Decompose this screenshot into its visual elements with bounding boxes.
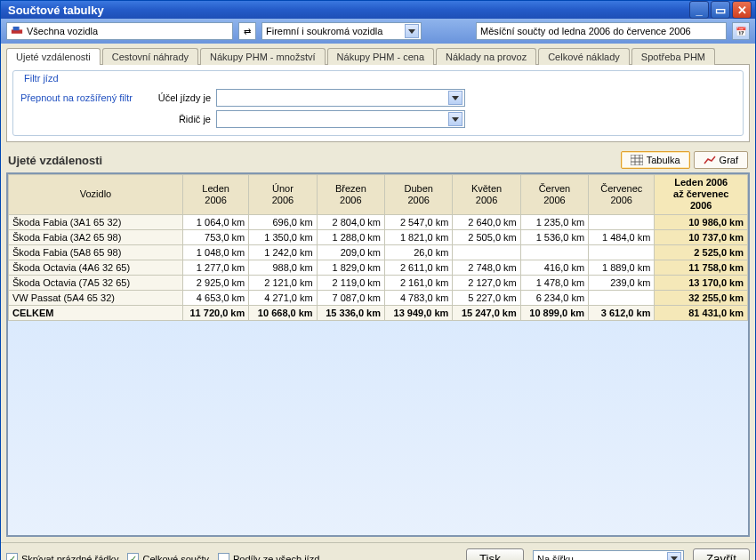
table-row[interactable]: Škoda Octavia (4A6 32 65)1 277,0 km988,0… — [9, 260, 748, 275]
footer: ✓Skrývat prázdné řádky ✓Celkové součty P… — [1, 542, 755, 560]
content: Ujeté vzdálenosti Cestovní náhrady Nákup… — [1, 44, 755, 542]
table-row[interactable]: VW Passat (5A4 65 32)4 653,0 km4 271,0 k… — [9, 290, 748, 305]
cell: 753,0 km — [182, 229, 248, 244]
tab-travel-allowances[interactable]: Cestovní náhrady — [102, 48, 198, 65]
window-title: Součtové tabulky — [4, 4, 689, 17]
svg-rect-1 — [13, 27, 20, 30]
minimize-button[interactable]: _ — [689, 1, 709, 19]
period-text: Měsíční součty od ledna 2006 do července… — [480, 26, 724, 36]
cell: Škoda Fabia (5A8 65 98) — [9, 244, 183, 260]
cell: VW Passat (5A4 65 32) — [9, 290, 183, 305]
cell: 1 235,0 km — [520, 214, 588, 229]
cell: 10 986,0 km — [655, 214, 748, 229]
cell: 2 127,0 km — [453, 275, 520, 290]
cell: 416,0 km — [520, 260, 588, 275]
cell: Škoda Octavia (4A6 32 65) — [9, 260, 183, 275]
view-table-label: Tabulka — [647, 155, 680, 165]
cell — [520, 244, 588, 260]
cell: 13 949,0 km — [385, 305, 453, 320]
orientation-combo[interactable]: Na šířku — [533, 550, 684, 561]
ownership-text: Firemní i soukromá vozidla — [266, 26, 405, 36]
cell: 2 640,0 km — [453, 214, 520, 229]
close-button[interactable]: Zavřít — [693, 548, 750, 560]
column-header[interactable]: Duben2006 — [385, 175, 453, 215]
close-window-button[interactable]: ✕ — [732, 1, 752, 19]
cell — [589, 290, 655, 305]
ownership-combo[interactable]: Firemní i soukromá vozidla — [261, 22, 422, 40]
tab-consumption[interactable]: Spotřeba PHM — [631, 48, 715, 65]
cell: 7 087,0 km — [317, 290, 384, 305]
cell: CELKEM — [9, 305, 183, 320]
cell: Škoda Fabia (3A2 65 98) — [9, 229, 183, 244]
data-table: VozidloLeden2006Únor2006Březen2006Duben2… — [8, 174, 748, 321]
tab-total-costs[interactable]: Celkové náklady — [538, 48, 630, 65]
advanced-filter-link[interactable]: Přepnout na rozšířený filtr — [20, 92, 154, 103]
period-combo[interactable]: Měsíční součty od ledna 2006 do července… — [476, 22, 727, 40]
chevron-down-icon — [667, 552, 681, 561]
cell — [589, 244, 655, 260]
cell: 1 288,0 km — [317, 229, 384, 244]
driver-combo[interactable] — [216, 110, 465, 128]
tab-fuel-price[interactable]: Nákupy PHM - cena — [327, 48, 434, 65]
cell: 239,0 km — [589, 275, 655, 290]
filter-legend: Filtr jízd — [20, 73, 62, 84]
table-row[interactable]: Škoda Fabia (3A1 65 32)1 064,0 km696,0 k… — [9, 214, 748, 229]
maximize-button[interactable]: ▭ — [711, 1, 730, 19]
cell: 1 484,0 km — [589, 229, 655, 244]
cell: 10 668,0 km — [249, 305, 317, 320]
cell: 10 899,0 km — [520, 305, 588, 320]
cell: 1 478,0 km — [520, 275, 588, 290]
table-row[interactable]: Škoda Octavia (7A5 32 65)2 925,0 km2 121… — [9, 275, 748, 290]
column-header[interactable]: Červen2006 — [520, 175, 588, 215]
cell: 1 064,0 km — [182, 214, 248, 229]
column-header[interactable]: Březen2006 — [317, 175, 384, 215]
cell: 1 889,0 km — [589, 260, 655, 275]
shares-checkbox[interactable]: Podíly ze všech jízd — [218, 553, 319, 560]
purpose-combo[interactable] — [216, 89, 465, 107]
column-header[interactable]: Vozidlo — [9, 175, 183, 215]
cell: 1 536,0 km — [520, 229, 588, 244]
calendar-button[interactable]: 📅 — [732, 22, 750, 40]
cell: 2 748,0 km — [453, 260, 520, 275]
table-row[interactable]: Škoda Fabia (5A8 65 98)1 048,0 km1 242,0… — [9, 244, 748, 260]
section-header: Ujeté vzdálenosti Tabulka Graf — [8, 151, 748, 169]
cell: 10 737,0 km — [655, 229, 748, 244]
cell: 1 048,0 km — [182, 244, 248, 260]
cell: 2 547,0 km — [385, 214, 453, 229]
column-header[interactable]: Únor2006 — [249, 175, 317, 215]
totals-checkbox[interactable]: ✓Celkové součty — [127, 553, 209, 560]
column-header[interactable]: Leden2006 — [182, 175, 248, 215]
tab-operating-costs[interactable]: Náklady na provoz — [436, 48, 536, 65]
cell: Škoda Fabia (3A1 65 32) — [9, 214, 183, 229]
cell: 209,0 km — [317, 244, 384, 260]
cell: 6 234,0 km — [520, 290, 588, 305]
data-grid[interactable]: VozidloLeden2006Únor2006Březen2006Duben2… — [6, 172, 750, 537]
hide-empty-checkbox[interactable]: ✓Skrývat prázdné řádky — [6, 553, 118, 560]
swap-button[interactable]: ⇄ — [238, 22, 256, 40]
view-graph-button[interactable]: Graf — [694, 151, 748, 169]
cell: 988,0 km — [249, 260, 317, 275]
cell: 4 271,0 km — [249, 290, 317, 305]
print-button[interactable]: Tisk... — [466, 548, 524, 560]
cell: 5 227,0 km — [453, 290, 520, 305]
column-header[interactable]: Červenec2006 — [589, 175, 655, 215]
column-header[interactable]: Květen2006 — [453, 175, 520, 215]
column-header[interactable]: Leden 2006až červenec2006 — [655, 175, 748, 215]
cell: 2 525,0 km — [655, 244, 748, 260]
vehicle-selector[interactable]: Všechna vozidla — [6, 22, 233, 40]
cell — [453, 244, 520, 260]
tab-fuel-qty[interactable]: Nákupy PHM - množství — [200, 48, 326, 65]
cell: 11 720,0 km — [182, 305, 248, 320]
cell: 2 161,0 km — [385, 275, 453, 290]
tab-distances[interactable]: Ujeté vzdálenosti — [6, 48, 101, 65]
view-table-button[interactable]: Tabulka — [621, 151, 690, 169]
table-row[interactable]: Škoda Fabia (3A2 65 98)753,0 km1 350,0 k… — [9, 229, 748, 244]
cell: 4 653,0 km — [182, 290, 248, 305]
chevron-down-icon — [405, 24, 419, 38]
cell: 2 119,0 km — [317, 275, 384, 290]
cell: 15 247,0 km — [453, 305, 520, 320]
cell: 696,0 km — [249, 214, 317, 229]
cell: 1 277,0 km — [182, 260, 248, 275]
cell: 4 783,0 km — [385, 290, 453, 305]
cell: 1 350,0 km — [249, 229, 317, 244]
